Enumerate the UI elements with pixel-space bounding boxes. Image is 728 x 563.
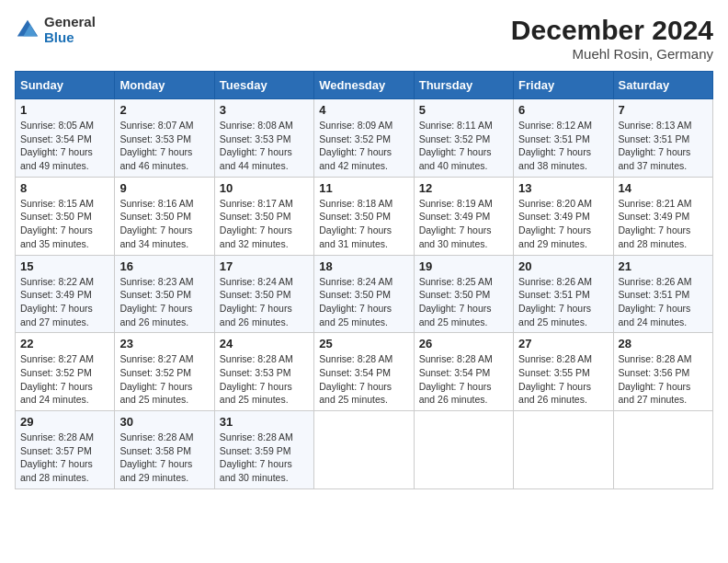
day-number: 11 xyxy=(319,181,408,195)
day-cell: 17 Sunrise: 8:24 AMSunset: 3:50 PMDaylig… xyxy=(214,255,313,333)
day-cell: 21 Sunrise: 8:26 AMSunset: 3:51 PMDaylig… xyxy=(613,255,712,333)
day-detail: Sunrise: 8:21 AMSunset: 3:49 PMDaylight:… xyxy=(619,198,692,249)
day-cell: 14 Sunrise: 8:21 AMSunset: 3:49 PMDaylig… xyxy=(613,177,712,255)
day-number: 27 xyxy=(518,337,608,350)
page-header: General Blue December 2024 Muehl Rosin, … xyxy=(15,15,713,62)
day-detail: Sunrise: 8:05 AMSunset: 3:54 PMDaylight:… xyxy=(20,120,94,171)
day-number: 21 xyxy=(619,259,708,273)
week-row-1: 1 Sunrise: 8:05 AMSunset: 3:54 PMDayligh… xyxy=(16,99,713,178)
day-cell: 16 Sunrise: 8:23 AMSunset: 3:50 PMDaylig… xyxy=(115,255,214,333)
day-detail: Sunrise: 8:24 AMSunset: 3:50 PMDaylight:… xyxy=(319,276,392,327)
day-detail: Sunrise: 8:09 AMSunset: 3:52 PMDaylight:… xyxy=(319,120,392,171)
day-cell: 2 Sunrise: 8:07 AMSunset: 3:53 PMDayligh… xyxy=(115,99,214,178)
day-detail: Sunrise: 8:28 AMSunset: 3:59 PMDaylight:… xyxy=(220,431,293,483)
day-number: 22 xyxy=(20,337,109,350)
day-detail: Sunrise: 8:28 AMSunset: 3:55 PMDaylight:… xyxy=(518,353,592,405)
day-number: 9 xyxy=(119,181,209,195)
day-cell: 4 Sunrise: 8:09 AMSunset: 3:52 PMDayligh… xyxy=(314,99,414,178)
day-number: 4 xyxy=(319,103,408,117)
day-number: 14 xyxy=(619,181,708,195)
title-block: December 2024 Muehl Rosin, Germany xyxy=(511,15,713,62)
day-cell: 7 Sunrise: 8:13 AMSunset: 3:51 PMDayligh… xyxy=(613,99,712,178)
day-cell: 12 Sunrise: 8:19 AMSunset: 3:49 PMDaylig… xyxy=(414,177,513,255)
day-detail: Sunrise: 8:19 AMSunset: 3:49 PMDaylight:… xyxy=(419,198,493,249)
day-number: 6 xyxy=(518,103,608,117)
day-number: 20 xyxy=(518,259,608,273)
day-detail: Sunrise: 8:28 AMSunset: 3:54 PMDaylight:… xyxy=(319,353,392,405)
header-row: Sunday Monday Tuesday Wednesday Thursday… xyxy=(16,72,713,99)
day-number: 5 xyxy=(419,103,508,117)
day-cell: 28 Sunrise: 8:28 AMSunset: 3:56 PMDaylig… xyxy=(613,333,712,411)
day-number: 12 xyxy=(419,181,508,195)
day-detail: Sunrise: 8:20 AMSunset: 3:49 PMDaylight:… xyxy=(518,198,592,249)
day-cell: 22 Sunrise: 8:27 AMSunset: 3:52 PMDaylig… xyxy=(16,333,115,411)
day-number: 30 xyxy=(119,415,209,429)
day-number: 23 xyxy=(119,337,209,350)
day-number: 13 xyxy=(518,181,608,195)
col-thursday: Thursday xyxy=(414,72,513,99)
day-detail: Sunrise: 8:07 AMSunset: 3:53 PMDaylight:… xyxy=(119,120,193,171)
day-detail: Sunrise: 8:28 AMSunset: 3:53 PMDaylight:… xyxy=(220,353,293,405)
week-row-3: 15 Sunrise: 8:22 AMSunset: 3:49 PMDaylig… xyxy=(16,255,713,333)
day-number: 1 xyxy=(20,103,109,117)
logo-text: General Blue xyxy=(44,15,96,45)
day-cell: 9 Sunrise: 8:16 AMSunset: 3:50 PMDayligh… xyxy=(115,177,214,255)
day-detail: Sunrise: 8:22 AMSunset: 3:49 PMDaylight:… xyxy=(20,276,94,327)
day-detail: Sunrise: 8:12 AMSunset: 3:51 PMDaylight:… xyxy=(518,120,592,171)
day-cell xyxy=(514,411,613,489)
week-row-4: 22 Sunrise: 8:27 AMSunset: 3:52 PMDaylig… xyxy=(16,333,713,411)
day-number: 31 xyxy=(220,415,309,429)
day-cell: 25 Sunrise: 8:28 AMSunset: 3:54 PMDaylig… xyxy=(314,333,414,411)
day-detail: Sunrise: 8:28 AMSunset: 3:58 PMDaylight:… xyxy=(119,431,193,483)
day-detail: Sunrise: 8:15 AMSunset: 3:50 PMDaylight:… xyxy=(20,198,94,249)
day-cell: 19 Sunrise: 8:25 AMSunset: 3:50 PMDaylig… xyxy=(414,255,513,333)
day-number: 2 xyxy=(119,103,209,117)
calendar-table: Sunday Monday Tuesday Wednesday Thursday… xyxy=(15,71,713,489)
logo-blue: Blue xyxy=(44,30,96,46)
day-detail: Sunrise: 8:18 AMSunset: 3:50 PMDaylight:… xyxy=(319,198,392,249)
day-number: 7 xyxy=(619,103,708,117)
day-detail: Sunrise: 8:16 AMSunset: 3:50 PMDaylight:… xyxy=(119,198,193,249)
logo-icon xyxy=(15,17,40,43)
day-number: 24 xyxy=(220,337,309,350)
day-detail: Sunrise: 8:17 AMSunset: 3:50 PMDaylight:… xyxy=(220,198,293,249)
col-sunday: Sunday xyxy=(16,72,115,99)
day-detail: Sunrise: 8:23 AMSunset: 3:50 PMDaylight:… xyxy=(119,276,193,327)
col-saturday: Saturday xyxy=(613,72,712,99)
day-detail: Sunrise: 8:08 AMSunset: 3:53 PMDaylight:… xyxy=(220,120,293,171)
day-detail: Sunrise: 8:28 AMSunset: 3:56 PMDaylight:… xyxy=(619,353,692,405)
day-cell: 30 Sunrise: 8:28 AMSunset: 3:58 PMDaylig… xyxy=(115,411,214,489)
col-friday: Friday xyxy=(514,72,613,99)
day-detail: Sunrise: 8:24 AMSunset: 3:50 PMDaylight:… xyxy=(220,276,293,327)
day-number: 15 xyxy=(20,259,109,273)
day-number: 28 xyxy=(619,337,708,350)
day-cell: 8 Sunrise: 8:15 AMSunset: 3:50 PMDayligh… xyxy=(16,177,115,255)
day-cell: 31 Sunrise: 8:28 AMSunset: 3:59 PMDaylig… xyxy=(214,411,313,489)
day-cell xyxy=(613,411,712,489)
day-cell: 27 Sunrise: 8:28 AMSunset: 3:55 PMDaylig… xyxy=(514,333,613,411)
day-number: 8 xyxy=(20,181,109,195)
day-detail: Sunrise: 8:26 AMSunset: 3:51 PMDaylight:… xyxy=(619,276,692,327)
logo: General Blue xyxy=(15,15,96,45)
day-detail: Sunrise: 8:13 AMSunset: 3:51 PMDaylight:… xyxy=(619,120,692,171)
day-cell: 20 Sunrise: 8:26 AMSunset: 3:51 PMDaylig… xyxy=(514,255,613,333)
day-detail: Sunrise: 8:28 AMSunset: 3:57 PMDaylight:… xyxy=(20,431,94,483)
day-cell xyxy=(314,411,414,489)
day-cell: 5 Sunrise: 8:11 AMSunset: 3:52 PMDayligh… xyxy=(414,99,513,178)
day-cell xyxy=(414,411,513,489)
day-detail: Sunrise: 8:26 AMSunset: 3:51 PMDaylight:… xyxy=(518,276,592,327)
day-cell: 6 Sunrise: 8:12 AMSunset: 3:51 PMDayligh… xyxy=(514,99,613,178)
day-cell: 13 Sunrise: 8:20 AMSunset: 3:49 PMDaylig… xyxy=(514,177,613,255)
day-detail: Sunrise: 8:11 AMSunset: 3:52 PMDaylight:… xyxy=(419,120,493,171)
day-cell: 18 Sunrise: 8:24 AMSunset: 3:50 PMDaylig… xyxy=(314,255,414,333)
day-detail: Sunrise: 8:25 AMSunset: 3:50 PMDaylight:… xyxy=(419,276,493,327)
day-number: 10 xyxy=(220,181,309,195)
day-detail: Sunrise: 8:27 AMSunset: 3:52 PMDaylight:… xyxy=(20,353,94,405)
day-cell: 11 Sunrise: 8:18 AMSunset: 3:50 PMDaylig… xyxy=(314,177,414,255)
day-cell: 15 Sunrise: 8:22 AMSunset: 3:49 PMDaylig… xyxy=(16,255,115,333)
col-wednesday: Wednesday xyxy=(314,72,414,99)
day-cell: 3 Sunrise: 8:08 AMSunset: 3:53 PMDayligh… xyxy=(214,99,313,178)
calendar-subtitle: Muehl Rosin, Germany xyxy=(511,46,713,62)
day-cell: 29 Sunrise: 8:28 AMSunset: 3:57 PMDaylig… xyxy=(16,411,115,489)
day-cell: 10 Sunrise: 8:17 AMSunset: 3:50 PMDaylig… xyxy=(214,177,313,255)
